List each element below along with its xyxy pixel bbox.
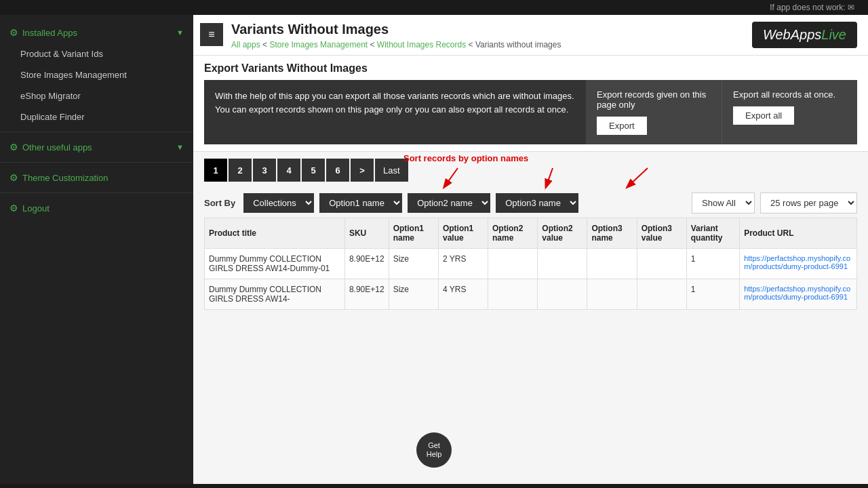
- sort-annotation: Sort records by option names: [403, 153, 528, 163]
- export-card1-title: Export records given on this page only: [597, 89, 711, 110]
- sidebar-theme-label: Theme Customization: [22, 173, 108, 183]
- table-cell: Dummy Dummy COLLECTION GIRLS DRESS AW14-: [205, 279, 345, 310]
- logo-area: WebAppsLive: [752, 22, 857, 48]
- table-cell: 8.90E+12: [344, 279, 389, 310]
- logo-text1: WebApps: [763, 27, 821, 42]
- breadcrumb: All apps < Store Images Management < Wit…: [231, 40, 752, 49]
- page-btn-6[interactable]: 6: [326, 159, 349, 182]
- sidebar-installed-apps-header[interactable]: ⚙ Installed Apps ▼: [0, 22, 193, 43]
- table-cell: 1: [686, 249, 739, 279]
- th-product-title: Product title: [205, 218, 345, 249]
- pagination-row: 1 2 3 4 5 6 > Last Sort records by optio…: [193, 152, 868, 188]
- content-area: ≡ Variants Without Images All apps < Sto…: [193, 15, 868, 484]
- table-cell: [587, 249, 637, 279]
- page-btn-4[interactable]: 4: [277, 159, 300, 182]
- export-card-side2: Export all records at once. Export all: [722, 80, 857, 144]
- th-sku: SKU: [344, 218, 389, 249]
- top-bar-message: If app does not work:: [770, 3, 845, 12]
- sidebar-theme-header[interactable]: ⚙ Theme Customization: [0, 167, 193, 188]
- page-title: Variants Without Images: [231, 22, 752, 37]
- export-title: Export Variants Without Images: [204, 62, 857, 75]
- table-cell: 8.90E+12: [344, 249, 389, 279]
- show-all-select[interactable]: Show All: [692, 192, 755, 214]
- export-description: With the help of this app you can export…: [215, 91, 574, 115]
- content-header: ≡ Variants Without Images All apps < Sto…: [193, 15, 868, 56]
- sort-row: Sort By Collections Option1 name Option2…: [193, 188, 868, 218]
- breadcrumb-current: Variants without images: [475, 40, 561, 49]
- sidebar-item-duplicate[interactable]: Duplicate Finder: [0, 106, 193, 127]
- table-cell: Size: [389, 279, 438, 310]
- page-btn-2[interactable]: 2: [229, 159, 252, 182]
- table-cell: [538, 249, 587, 279]
- table-cell: Size: [389, 249, 438, 279]
- table-cell: [637, 279, 686, 310]
- export-all-button[interactable]: Export all: [733, 106, 794, 125]
- svg-line-3: [627, 168, 648, 187]
- table-cell: [637, 249, 686, 279]
- table-header-row: Product title SKU Option1 name Option1 v…: [205, 218, 857, 249]
- installed-apps-arrow: ▼: [176, 28, 184, 37]
- top-bar: If app does not work: ✉: [0, 0, 868, 15]
- sidebar-other-apps-header[interactable]: ⚙ Other useful apps ▼: [0, 136, 193, 158]
- table-cell: 1: [686, 279, 739, 310]
- table-cell: [488, 249, 538, 279]
- table-row: Dummy Dummy COLLECTION GIRLS DRESS AW14-…: [205, 249, 857, 279]
- sidebar-divider-3: [0, 192, 193, 193]
- page-btn-3[interactable]: 3: [253, 159, 276, 182]
- page-btn-last[interactable]: Last: [375, 159, 408, 182]
- breadcrumb-without-images[interactable]: Without Images Records: [377, 40, 466, 49]
- th-product-url: Product URL: [740, 218, 857, 249]
- sidebar-other-apps-label: Other useful apps: [22, 142, 92, 152]
- th-opt1-name: Option1 name: [389, 218, 438, 249]
- email-icon: ✉: [848, 3, 854, 12]
- page-btn-next[interactable]: >: [351, 159, 374, 182]
- menu-button[interactable]: ≡: [200, 23, 223, 46]
- collections-select[interactable]: Collections: [243, 193, 314, 213]
- sidebar-item-store-images[interactable]: Store Images Management: [0, 64, 193, 85]
- table-cell: [488, 279, 538, 310]
- table-row: Dummy Dummy COLLECTION GIRLS DRESS AW14-…: [205, 279, 857, 310]
- breadcrumb-store-images[interactable]: Store Images Management: [269, 40, 368, 49]
- table-cell: [538, 279, 587, 310]
- table-cell-url[interactable]: https://perfactshop.myshopify.com/produc…: [740, 279, 857, 310]
- table-cell: 4 YRS: [438, 279, 488, 310]
- variants-table: Product title SKU Option1 name Option1 v…: [204, 218, 857, 310]
- th-opt3-name: Option3 name: [587, 218, 637, 249]
- sidebar: ⚙ Installed Apps ▼ Product & Variant Ids…: [0, 15, 193, 484]
- table-wrapper: Product title SKU Option1 name Option1 v…: [193, 218, 868, 310]
- logo-text2: Live: [821, 27, 846, 42]
- export-cards: With the help of this app you can export…: [204, 80, 857, 144]
- sidebar-logout[interactable]: ⚙ Logout: [0, 197, 193, 219]
- other-apps-arrow: ▼: [176, 143, 184, 151]
- option3-select[interactable]: Option3 name: [496, 193, 578, 213]
- svg-line-1: [444, 168, 458, 187]
- sidebar-divider-2: [0, 162, 193, 163]
- export-section: Export Variants Without Images With the …: [193, 56, 868, 152]
- th-opt3-value: Option3 value: [637, 218, 686, 249]
- other-apps-icon: ⚙: [9, 142, 18, 152]
- table-cell-url[interactable]: https://perfactshop.myshopify.com/produc…: [740, 249, 857, 279]
- option2-select[interactable]: Option2 name: [408, 193, 490, 213]
- th-opt2-value: Option2 value: [538, 218, 587, 249]
- table-cell: [587, 279, 637, 310]
- export-card-main: With the help of this app you can export…: [204, 80, 586, 144]
- sort-label: Sort By: [204, 198, 235, 208]
- logo: WebAppsLive: [752, 22, 857, 48]
- sidebar-installed-apps-label: Installed Apps: [22, 28, 77, 38]
- rows-per-page-select[interactable]: 25 rows per page: [760, 192, 857, 214]
- export-button[interactable]: Export: [597, 117, 647, 135]
- table-cell: Dummy Dummy COLLECTION GIRLS DRESS AW14-…: [205, 249, 345, 279]
- page-title-area: Variants Without Images All apps < Store…: [231, 22, 752, 55]
- sidebar-logout-label: Logout: [22, 203, 50, 214]
- th-opt2-name: Option2 name: [488, 218, 538, 249]
- get-help-button[interactable]: Get Help: [416, 432, 452, 468]
- page-btn-5[interactable]: 5: [302, 159, 325, 182]
- page-btn-1[interactable]: 1: [204, 159, 227, 182]
- table-cell: 2 YRS: [438, 249, 488, 279]
- sidebar-item-eshop[interactable]: eShop Migrator: [0, 85, 193, 106]
- export-card2-title: Export all records at once.: [733, 89, 835, 100]
- option1-select[interactable]: Option1 name: [319, 193, 402, 213]
- sidebar-item-product-variant[interactable]: Product & Variant Ids: [0, 43, 193, 64]
- breadcrumb-all-apps[interactable]: All apps: [231, 40, 260, 49]
- logout-icon: ⚙: [9, 203, 18, 214]
